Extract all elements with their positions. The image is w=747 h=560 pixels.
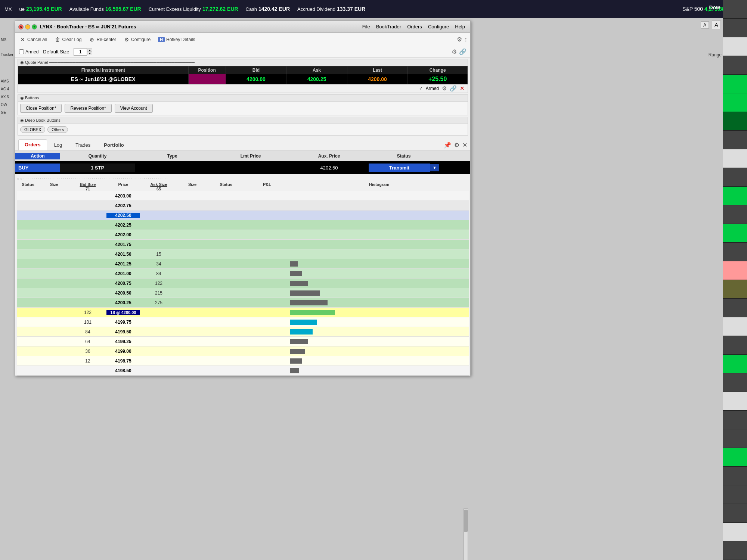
book-row-10[interactable]: 4200.50215 (17, 288, 469, 298)
menu-file[interactable]: File (360, 23, 372, 30)
gear-icon-right[interactable]: ⚙ (457, 36, 462, 43)
book-cell-price-3[interactable]: 4202.25 (106, 223, 140, 228)
maximize-button[interactable]: + (32, 24, 37, 29)
book-row-6[interactable]: 4201.5015 (17, 249, 469, 259)
minimize-button[interactable]: − (25, 24, 30, 29)
book-cell-price-18[interactable]: 4198.50 (106, 368, 140, 373)
book-cell-price-16[interactable]: 4199.00 (106, 349, 140, 354)
globex-button[interactable]: GLOBEX (20, 126, 45, 133)
tab-settings-icon[interactable]: ⚙ (454, 141, 459, 149)
others-button[interactable]: Others (47, 126, 68, 133)
book-row-14[interactable]: 844199.50 (17, 327, 469, 337)
book-row-3[interactable]: 4202.25 (17, 220, 469, 230)
sp500-label: S&P 500 (682, 6, 703, 12)
link-icon[interactable]: 🔗 (459, 48, 467, 55)
settings-icon[interactable]: ⚙ (452, 48, 457, 55)
book-cell-price-4[interactable]: 4202.00 (106, 232, 140, 237)
book-row-11[interactable]: 4200.25275 (17, 298, 469, 308)
chart-cell-9 (723, 149, 747, 168)
transmit-button[interactable]: Transmit (369, 164, 430, 172)
book-row-7[interactable]: 4201.2534 (17, 259, 469, 269)
book-cell-histogram-9 (289, 280, 469, 286)
book-cell-price-7[interactable]: 4201.25 (106, 261, 140, 267)
size-input[interactable] (74, 48, 87, 56)
book-row-8[interactable]: 4201.0084 (17, 269, 469, 279)
menu-configure[interactable]: Configure (426, 23, 451, 30)
book-row-17[interactable]: 124198.75 (17, 356, 469, 366)
book-row-15[interactable]: 644199.25 (17, 337, 469, 346)
book-cell-price-10[interactable]: 4200.50 (106, 290, 140, 296)
chart-cell-16 (723, 280, 747, 299)
book-cell-price-1[interactable]: 4202.75 (106, 203, 140, 208)
menu-help[interactable]: Help (453, 23, 467, 30)
tab-log[interactable]: Log (48, 140, 69, 150)
size-up-button[interactable]: ▲ (87, 49, 92, 52)
recenter-label: Re-center (96, 37, 116, 42)
book-row-9[interactable]: 4200.75122 (17, 279, 469, 288)
book-cell-price-13[interactable]: 4199.75 (106, 320, 140, 325)
tab-orders[interactable]: Orders (18, 139, 47, 150)
menu-orders[interactable]: Orders (405, 23, 424, 30)
close-position-button[interactable]: Close Position* (20, 104, 62, 113)
orders-table-header: Action Quantity Type Lmt Price Aux. Pric… (15, 151, 470, 161)
book-cell-price-9[interactable]: 4200.75 (106, 281, 140, 286)
book-cell-price-8[interactable]: 4201.00 (106, 271, 140, 276)
tab-portfolio[interactable]: Portfolio (97, 140, 130, 150)
excess-liquidity-label: Current Excess Liquidity (149, 6, 201, 12)
book-cell-price-11[interactable]: 4200.25 (106, 300, 140, 305)
orders-col-action: Action (15, 153, 60, 159)
tab-trades[interactable]: Trades (69, 140, 97, 150)
book-scrollbar[interactable] (464, 508, 468, 560)
book-row-2[interactable]: 4202.50 (17, 211, 469, 220)
configure-label: Configure (131, 37, 151, 42)
arrow-icon-right[interactable]: ↕ (464, 36, 467, 43)
settings-icon-2[interactable]: ⚙ (442, 85, 447, 92)
armed-checkbox-label[interactable]: Armed (19, 49, 38, 55)
book-row-5[interactable]: 4201.75 (17, 240, 469, 249)
book-cell-price-14[interactable]: 4199.50 (106, 329, 140, 335)
book-row-18[interactable]: 4198.50 (17, 366, 469, 376)
col-ask: Ask (286, 66, 347, 74)
close-icon-quote[interactable]: ✕ (460, 85, 465, 92)
book-row-0[interactable]: 4203.00 (17, 191, 469, 201)
view-account-button[interactable]: View Account (115, 104, 153, 113)
quote-table: Financial Instrument Position Bid Ask La… (18, 66, 468, 84)
window-controls: ✕ − + (18, 24, 37, 29)
menu-booktrader[interactable]: BookTrader (374, 23, 403, 30)
cancel-all-button[interactable]: ✕ Cancel All (18, 36, 49, 43)
font-large-button[interactable]: A (712, 21, 721, 29)
book-cell-price-12[interactable]: 18 @ 4200.00 (106, 310, 140, 315)
book-cell-price-6[interactable]: 4201.50 (106, 252, 140, 257)
book-cell-price-2[interactable]: 4202.50 (106, 213, 140, 218)
size-spinner: ▲ ▼ (87, 49, 92, 55)
scrollbar-thumb[interactable] (464, 510, 468, 532)
reverse-position-button[interactable]: Reverse Position* (65, 104, 111, 113)
book-row-13[interactable]: 1014199.75 (17, 317, 469, 327)
book-cell-price-0[interactable]: 4203.00 (106, 193, 140, 199)
book-row-16[interactable]: 364199.00 (17, 346, 469, 356)
book-row-4[interactable]: 4202.00 (17, 230, 469, 240)
close-button[interactable]: ✕ (18, 24, 24, 29)
book-cell-price-15[interactable]: 4199.25 (106, 339, 140, 344)
hotkey-details-button[interactable]: H Hotkey Details (156, 36, 196, 43)
buttons-section: ◉ Buttons ──────────────────────────────… (18, 94, 468, 115)
book-rows: 4203.004202.754202.504202.254202.004201.… (15, 191, 470, 376)
link-icon-2[interactable]: 🔗 (450, 85, 457, 92)
transmit-dropdown-arrow[interactable]: ▼ (430, 164, 439, 171)
tab-pin-icon[interactable]: 📌 (444, 141, 451, 149)
recenter-button[interactable]: ⊕ Re-center (87, 36, 118, 43)
quote-change: +25.50 (408, 74, 468, 84)
book-cell-price-5[interactable]: 4201.75 (106, 242, 140, 247)
chart-cell-28 (723, 504, 747, 523)
book-row-1[interactable]: 4202.75 (17, 201, 469, 211)
armed-checkbox[interactable] (19, 49, 24, 54)
clear-log-button[interactable]: 🗑 Clear Log (53, 36, 83, 43)
book-cell-price-17[interactable]: 4198.75 (106, 358, 140, 364)
book-row-12[interactable]: 12218 @ 4200.00 (17, 308, 469, 317)
tab-close-icon[interactable]: ✕ (462, 141, 467, 149)
size-down-button[interactable]: ▼ (87, 52, 92, 55)
book-col-pl: P&L (245, 182, 289, 191)
cash-label: Cash (246, 6, 257, 12)
configure-button[interactable]: ⚙ Configure (122, 36, 152, 43)
font-small-button[interactable]: A (701, 21, 709, 29)
